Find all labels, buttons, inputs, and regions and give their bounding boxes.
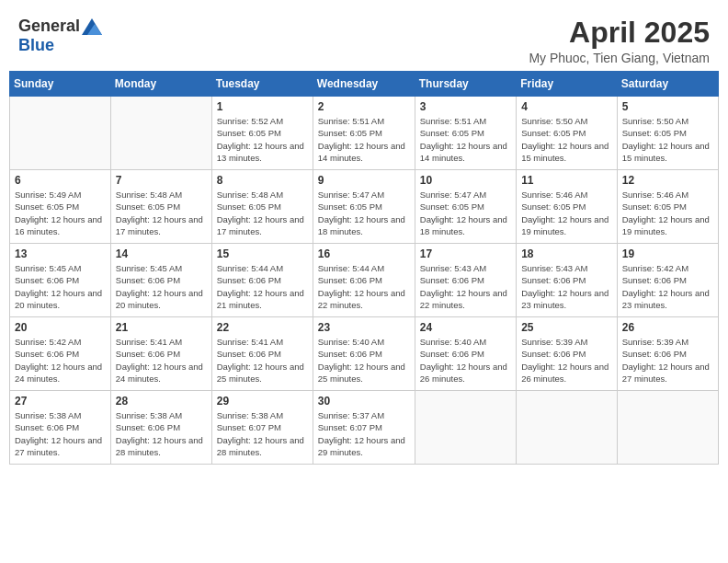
day-info: Sunrise: 5:40 AM Sunset: 6:06 PM Dayligh… xyxy=(318,336,410,385)
calendar-table: SundayMondayTuesdayWednesdayThursdayFrid… xyxy=(9,71,719,465)
calendar-cell: 18Sunrise: 5:43 AM Sunset: 6:06 PM Dayli… xyxy=(517,244,618,317)
calendar-cell: 14Sunrise: 5:45 AM Sunset: 6:06 PM Dayli… xyxy=(110,244,211,317)
day-number: 19 xyxy=(622,247,713,260)
day-number: 8 xyxy=(217,174,308,187)
day-info: Sunrise: 5:48 AM Sunset: 6:05 PM Dayligh… xyxy=(116,189,207,237)
calendar-cell: 20Sunrise: 5:42 AM Sunset: 6:06 PM Dayli… xyxy=(10,317,111,391)
weekday-header: Saturday xyxy=(617,72,718,97)
day-info: Sunrise: 5:51 AM Sunset: 6:05 PM Dayligh… xyxy=(420,115,511,164)
day-number: 28 xyxy=(116,395,207,408)
day-number: 20 xyxy=(15,321,106,334)
calendar-cell: 15Sunrise: 5:44 AM Sunset: 6:06 PM Dayli… xyxy=(211,244,313,317)
day-info: Sunrise: 5:39 AM Sunset: 6:06 PM Dayligh… xyxy=(622,336,713,385)
calendar-cell: 3Sunrise: 5:51 AM Sunset: 6:05 PM Daylig… xyxy=(415,97,516,170)
weekday-header: Tuesday xyxy=(211,72,313,97)
calendar-cell: 16Sunrise: 5:44 AM Sunset: 6:06 PM Dayli… xyxy=(313,244,415,317)
calendar-cell xyxy=(517,391,618,465)
day-info: Sunrise: 5:37 AM Sunset: 6:07 PM Dayligh… xyxy=(318,409,410,458)
day-number: 3 xyxy=(420,100,511,113)
day-info: Sunrise: 5:50 AM Sunset: 6:05 PM Dayligh… xyxy=(622,115,713,164)
calendar-cell: 25Sunrise: 5:39 AM Sunset: 6:06 PM Dayli… xyxy=(517,317,618,391)
day-number: 30 xyxy=(318,395,410,408)
day-number: 6 xyxy=(15,174,106,187)
calendar-week-row: 6Sunrise: 5:49 AM Sunset: 6:05 PM Daylig… xyxy=(10,170,719,244)
day-number: 9 xyxy=(318,174,410,187)
day-info: Sunrise: 5:52 AM Sunset: 6:05 PM Dayligh… xyxy=(217,115,308,164)
calendar-week-row: 1Sunrise: 5:52 AM Sunset: 6:05 PM Daylig… xyxy=(10,97,719,170)
calendar-cell: 12Sunrise: 5:46 AM Sunset: 6:05 PM Dayli… xyxy=(617,170,718,244)
calendar-cell: 23Sunrise: 5:40 AM Sunset: 6:06 PM Dayli… xyxy=(313,317,415,391)
location-text: My Phuoc, Tien Giang, Vietnam xyxy=(529,51,710,65)
day-number: 26 xyxy=(622,321,713,334)
day-number: 12 xyxy=(622,174,713,187)
page-header: General Blue April 2025 My Phuoc, Tien G… xyxy=(9,9,719,71)
weekday-header: Sunday xyxy=(10,72,111,97)
day-number: 4 xyxy=(521,100,612,113)
day-number: 10 xyxy=(420,174,511,187)
day-number: 25 xyxy=(521,321,612,334)
calendar-cell: 26Sunrise: 5:39 AM Sunset: 6:06 PM Dayli… xyxy=(617,317,718,391)
day-info: Sunrise: 5:45 AM Sunset: 6:06 PM Dayligh… xyxy=(116,262,207,311)
day-info: Sunrise: 5:51 AM Sunset: 6:05 PM Dayligh… xyxy=(318,115,410,164)
calendar-cell: 2Sunrise: 5:51 AM Sunset: 6:05 PM Daylig… xyxy=(313,97,415,170)
logo-icon xyxy=(82,18,102,35)
calendar-cell: 1Sunrise: 5:52 AM Sunset: 6:05 PM Daylig… xyxy=(211,97,313,170)
day-info: Sunrise: 5:44 AM Sunset: 6:06 PM Dayligh… xyxy=(318,262,410,311)
logo: General Blue xyxy=(18,17,102,55)
day-number: 14 xyxy=(116,247,207,260)
day-info: Sunrise: 5:39 AM Sunset: 6:06 PM Dayligh… xyxy=(521,336,612,385)
day-info: Sunrise: 5:40 AM Sunset: 6:06 PM Dayligh… xyxy=(420,336,511,385)
day-number: 24 xyxy=(420,321,511,334)
calendar-cell: 19Sunrise: 5:42 AM Sunset: 6:06 PM Dayli… xyxy=(617,244,718,317)
day-number: 5 xyxy=(622,100,713,113)
day-info: Sunrise: 5:41 AM Sunset: 6:06 PM Dayligh… xyxy=(116,336,207,385)
day-number: 23 xyxy=(318,321,410,334)
calendar-cell: 7Sunrise: 5:48 AM Sunset: 6:05 PM Daylig… xyxy=(110,170,211,244)
calendar-cell: 30Sunrise: 5:37 AM Sunset: 6:07 PM Dayli… xyxy=(313,391,415,465)
calendar-cell: 8Sunrise: 5:48 AM Sunset: 6:05 PM Daylig… xyxy=(211,170,313,244)
calendar-cell xyxy=(10,97,111,170)
calendar-cell: 27Sunrise: 5:38 AM Sunset: 6:06 PM Dayli… xyxy=(10,391,111,465)
calendar-cell: 10Sunrise: 5:47 AM Sunset: 6:05 PM Dayli… xyxy=(415,170,516,244)
day-info: Sunrise: 5:38 AM Sunset: 6:06 PM Dayligh… xyxy=(116,409,207,458)
calendar-cell xyxy=(110,97,211,170)
day-info: Sunrise: 5:50 AM Sunset: 6:05 PM Dayligh… xyxy=(521,115,612,164)
calendar-cell: 29Sunrise: 5:38 AM Sunset: 6:07 PM Dayli… xyxy=(211,391,313,465)
day-info: Sunrise: 5:47 AM Sunset: 6:05 PM Dayligh… xyxy=(420,189,511,237)
weekday-header: Thursday xyxy=(415,72,516,97)
day-number: 29 xyxy=(217,395,308,408)
day-info: Sunrise: 5:38 AM Sunset: 6:07 PM Dayligh… xyxy=(217,409,308,458)
day-info: Sunrise: 5:46 AM Sunset: 6:05 PM Dayligh… xyxy=(622,189,713,237)
day-info: Sunrise: 5:45 AM Sunset: 6:06 PM Dayligh… xyxy=(15,262,106,311)
day-info: Sunrise: 5:44 AM Sunset: 6:06 PM Dayligh… xyxy=(217,262,308,311)
day-number: 18 xyxy=(521,247,612,260)
calendar-cell: 4Sunrise: 5:50 AM Sunset: 6:05 PM Daylig… xyxy=(517,97,618,170)
calendar-cell: 9Sunrise: 5:47 AM Sunset: 6:05 PM Daylig… xyxy=(313,170,415,244)
day-info: Sunrise: 5:43 AM Sunset: 6:06 PM Dayligh… xyxy=(420,262,511,311)
calendar-cell: 6Sunrise: 5:49 AM Sunset: 6:05 PM Daylig… xyxy=(10,170,111,244)
day-number: 13 xyxy=(15,247,106,260)
calendar-cell: 21Sunrise: 5:41 AM Sunset: 6:06 PM Dayli… xyxy=(110,317,211,391)
calendar-cell: 5Sunrise: 5:50 AM Sunset: 6:05 PM Daylig… xyxy=(617,97,718,170)
day-info: Sunrise: 5:42 AM Sunset: 6:06 PM Dayligh… xyxy=(15,336,106,385)
calendar-week-row: 20Sunrise: 5:42 AM Sunset: 6:06 PM Dayli… xyxy=(10,317,719,391)
calendar-week-row: 13Sunrise: 5:45 AM Sunset: 6:06 PM Dayli… xyxy=(10,244,719,317)
day-number: 11 xyxy=(521,174,612,187)
day-info: Sunrise: 5:38 AM Sunset: 6:06 PM Dayligh… xyxy=(15,409,106,458)
calendar-cell: 13Sunrise: 5:45 AM Sunset: 6:06 PM Dayli… xyxy=(10,244,111,317)
calendar-cell: 22Sunrise: 5:41 AM Sunset: 6:06 PM Dayli… xyxy=(211,317,313,391)
day-info: Sunrise: 5:42 AM Sunset: 6:06 PM Dayligh… xyxy=(622,262,713,311)
calendar-cell: 11Sunrise: 5:46 AM Sunset: 6:05 PM Dayli… xyxy=(517,170,618,244)
day-number: 1 xyxy=(217,100,308,113)
calendar-cell: 17Sunrise: 5:43 AM Sunset: 6:06 PM Dayli… xyxy=(415,244,516,317)
weekday-header: Monday xyxy=(110,72,211,97)
logo-general-text: General xyxy=(18,17,80,36)
day-info: Sunrise: 5:49 AM Sunset: 6:05 PM Dayligh… xyxy=(15,189,106,237)
logo-blue-text: Blue xyxy=(18,36,54,55)
day-number: 17 xyxy=(420,247,511,260)
weekday-header: Friday xyxy=(517,72,618,97)
calendar-cell xyxy=(415,391,516,465)
day-info: Sunrise: 5:43 AM Sunset: 6:06 PM Dayligh… xyxy=(521,262,612,311)
calendar-header-row: SundayMondayTuesdayWednesdayThursdayFrid… xyxy=(10,72,719,97)
day-number: 16 xyxy=(318,247,410,260)
